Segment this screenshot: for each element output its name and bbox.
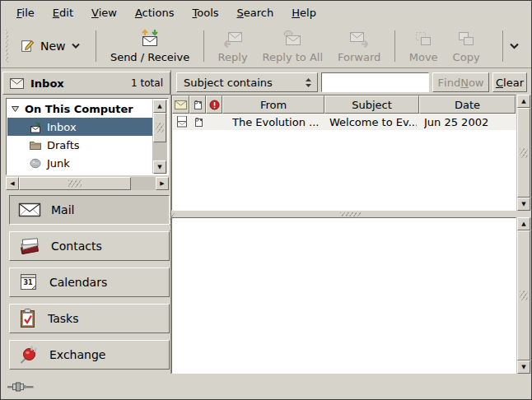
svg-text:31: 31 [24,279,34,286]
reply-to-all-button[interactable]: Reply to All [255,26,330,66]
current-folder-title: Inbox [30,77,64,90]
menu-view[interactable]: View [82,4,126,21]
message-count: 1 total [131,77,163,89]
menu-search[interactable]: Search [228,4,283,21]
column-header-status[interactable] [172,95,189,114]
new-button-label: New [40,40,66,53]
menu-edit[interactable]: Edit [44,4,82,21]
shortcut-calendars-button[interactable]: 31 Calendars [9,267,170,297]
shortcut-label: Calendars [49,276,107,289]
importance-icon [209,100,220,110]
toolbar: New Send / Receive [1,24,531,68]
drafts-folder-icon [29,139,42,151]
shortcut-mail-button[interactable]: Mail [9,195,170,225]
message-row[interactable]: The Evolution ... Welcome to Ev... Jun 2… [173,114,516,130]
scroll-down-button[interactable]: ▼ [153,160,166,174]
splitter-grip[interactable] [340,212,362,216]
copy-icon [455,30,477,49]
column-header-from[interactable]: From [222,95,324,114]
toolbar-overflow-chevron[interactable] [509,43,520,49]
exchange-icon [18,344,40,365]
forward-icon [348,29,371,49]
menu-actions[interactable]: Actions [126,4,184,21]
scroll-up-button[interactable]: ▲ [153,100,166,113]
shortcut-exchange-button[interactable]: Exchange [9,340,170,370]
tree-scrollbar: ▲ ▼ [152,100,167,174]
search-input[interactable] [321,72,429,92]
shortcut-tasks-button[interactable]: Tasks [9,304,170,333]
move-icon [413,30,434,49]
message-list-pane: From Subject Date The Evolution ... Welc… [171,95,531,211]
shortcut-label: Mail [51,203,74,216]
shortcut-label: Contacts [51,240,102,253]
copy-label: Copy [453,51,480,63]
message-preview[interactable] [171,217,516,374]
scroll-down-button[interactable]: ▼ [517,198,530,211]
scroll-right-button[interactable]: ▶ [156,177,169,190]
folder-tree: On This Computer Inbox Drafts Junk ▲ [6,98,169,175]
new-button[interactable]: New [12,32,90,59]
reply-button[interactable]: Reply [211,26,255,66]
search-bar: Subject contains Find Now Clear [171,70,532,95]
tree-horizontal-scrollbar: ◀ ▶ [6,177,169,190]
tree-item-label: Junk [47,157,70,170]
preview-scrollbar: ▲ ▼ [516,217,531,374]
scroll-up-button[interactable]: ▲ [517,95,530,108]
forward-button[interactable]: Forward [330,26,388,66]
message-subject: Welcome to Ev... [329,116,417,128]
send-receive-button[interactable]: Send / Receive [103,26,197,66]
menu-file[interactable]: File [7,4,44,21]
toolbar-grip[interactable] [6,30,8,63]
copy-button[interactable]: Copy [446,26,488,66]
shortcut-label: Tasks [48,312,79,325]
forward-label: Forward [338,51,380,63]
scrollbar-thumb[interactable] [19,177,131,190]
chevron-down-icon[interactable] [71,43,81,49]
column-header-importance[interactable] [206,95,222,114]
tree-root-label: On This Computer [25,103,133,115]
move-label: Move [409,51,438,63]
menubar: File Edit View Actions Tools Search Help [1,1,531,24]
preview-pane: ▲ ▼ [171,217,531,374]
read-message-icon [175,116,189,128]
message-date: Jun 25 2002 [424,116,513,128]
column-header-subject[interactable]: Subject [324,95,419,114]
scroll-down-button[interactable]: ▼ [517,360,530,374]
calendars-icon: 31 [18,272,40,292]
reply-icon [222,29,245,49]
folder-title-bar: Inbox 1 total [2,72,170,95]
attachment-icon [194,117,204,128]
list-preview-splitter[interactable] [171,211,531,217]
find-now-button[interactable]: Find Now [432,72,489,92]
envelope-icon [175,100,187,109]
offline-plug-icon[interactable] [7,381,34,393]
clear-button[interactable]: Clear [492,72,527,92]
tree-row-on-this-computer[interactable]: On This Computer [7,100,167,118]
attachment-icon [193,100,203,110]
move-button[interactable]: Move [402,26,446,66]
tree-row-junk[interactable]: Junk [7,154,152,172]
column-header-attachment[interactable] [189,95,206,114]
scrollbar-thumb[interactable] [517,108,530,198]
message-list: From Subject Date The Evolution ... Welc… [171,95,516,211]
tree-item-label: Inbox [47,121,77,133]
menu-tools[interactable]: Tools [183,4,227,21]
tree-item-label: Drafts [47,139,80,151]
menu-help[interactable]: Help [282,4,325,21]
column-header-date[interactable]: Date [419,95,516,114]
scrollbar-thumb[interactable] [517,230,530,360]
expander-triangle-icon[interactable] [11,105,20,113]
tree-row-inbox[interactable]: Inbox [7,118,152,136]
scrollbar-thumb[interactable] [153,113,166,142]
search-criteria-dropdown[interactable]: Subject contains [176,72,318,92]
reply-to-all-label: Reply to All [263,51,323,63]
scroll-left-button[interactable]: ◀ [6,177,19,190]
send-receive-icon [139,27,161,49]
message-list-scrollbar: ▲ ▼ [516,95,531,211]
tree-row-drafts[interactable]: Drafts [7,136,152,154]
scroll-up-button[interactable]: ▲ [517,217,530,230]
dropdown-arrows-icon [305,77,312,88]
new-message-icon [21,39,35,53]
shortcut-contacts-button[interactable]: Contacts [9,231,170,261]
reply-to-all-icon [281,29,304,49]
